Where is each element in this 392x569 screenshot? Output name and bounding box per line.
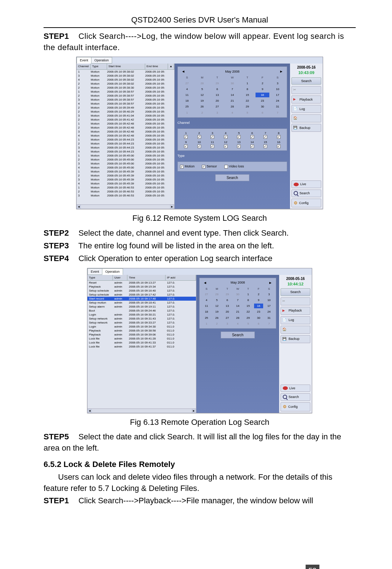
table-row[interactable]: 3Motion2008-05-16 05:45:392008-05-16 05: <box>77 178 174 182</box>
table-row[interactable]: 1Motion2008-05-16 05:45:002008-05-16 05: <box>77 154 174 158</box>
calendar-day[interactable]: 3 <box>210 110 224 115</box>
calendar-day[interactable]: 21 <box>225 98 240 103</box>
calendar-day[interactable]: 25 <box>202 316 211 320</box>
cal-next-icon[interactable]: ► <box>267 280 274 285</box>
table-row[interactable]: 3Motion2008-05-16 05:42:482008-05-16 05: <box>77 130 174 134</box>
table-row[interactable]: 4Motion2008-05-16 05:38:572008-05-16 05: <box>77 102 174 106</box>
side-live-button[interactable]: Live <box>281 385 310 392</box>
channel-checkbox[interactable]: 4 <box>220 131 232 139</box>
tab-operation[interactable]: Operation <box>91 57 112 64</box>
calendar-day[interactable]: 4 <box>225 110 240 115</box>
table-row[interactable]: Lock fileadmin2008-05-16 09:41:28011.0 <box>87 337 196 341</box>
cal-prev-icon[interactable]: ◄ <box>202 280 208 285</box>
channel-checkbox[interactable]: 6 <box>246 131 258 139</box>
table-row[interactable]: 2Motion2008-05-16 05:45:392008-05-16 05: <box>77 174 174 178</box>
h-scrollbar[interactable]: ◄ ► <box>77 204 174 209</box>
scroll-right-icon[interactable]: ► <box>170 205 174 209</box>
table-row[interactable]: Setup networkadmin2008-05-16 09:33:27127… <box>87 321 196 325</box>
scroll-up-icon[interactable]: ▲ <box>168 64 174 69</box>
calendar-day[interactable]: 6 <box>222 298 232 302</box>
table-row[interactable]: Setup motionadmin2008-05-16 09:18:41127.… <box>87 301 196 305</box>
side-home-button[interactable]: 🏠 <box>291 114 321 122</box>
side-bottom-search-button[interactable]: Search <box>281 393 310 401</box>
calendar-day[interactable]: 18 <box>202 309 211 314</box>
col-type[interactable]: Type <box>87 275 113 280</box>
table-row[interactable]: 2Motion2008-05-16 05:46:532008-05-16 05: <box>77 190 174 194</box>
calendar-day[interactable]: 17 <box>270 93 285 97</box>
calendar-day[interactable]: 15 <box>240 93 254 97</box>
videoloss-checkbox[interactable]: Video loss <box>224 164 244 169</box>
table-row[interactable]: 2Motion2008-05-16 05:40:292008-05-16 05: <box>77 110 174 114</box>
tab-operation[interactable]: Operation <box>102 268 123 275</box>
calendar-day[interactable]: 2 <box>212 321 222 326</box>
calendar-day[interactable]: 22 <box>244 309 253 314</box>
calendar-day[interactable]: 10 <box>270 87 285 92</box>
channel-checkbox[interactable]: 10 <box>193 140 205 148</box>
side-backup-button[interactable]: 💾Backup <box>291 124 321 132</box>
table-row[interactable]: Loginadmin2008-05-16 09:34:30011.0 <box>87 325 196 329</box>
side-search-button[interactable]: Search <box>281 288 310 296</box>
calendar-day[interactable]: 7 <box>225 87 240 92</box>
table-row[interactable]: 2Motion2008-05-16 05:38:572008-05-16 05: <box>77 94 174 98</box>
search-button[interactable]: Search <box>221 332 255 338</box>
fig1-log-rows[interactable]: 1Motion2008-05-16 05:38:022008-05-16 05:… <box>77 70 174 205</box>
side-config-button[interactable]: ⚙Config <box>291 199 321 208</box>
calendar-day[interactable]: 19 <box>195 98 209 103</box>
side-scissors-button[interactable]: ✂ <box>281 297 310 305</box>
calendar-day[interactable]: 29 <box>210 81 224 86</box>
table-row[interactable]: 1Motion2008-05-16 05:45:392008-05-16 05: <box>77 170 174 174</box>
calendar-day[interactable]: 2 <box>254 292 264 297</box>
h-scrollbar[interactable]: ◄ ► <box>87 409 196 413</box>
table-row[interactable]: 4Motion2008-05-16 05:45:002008-05-16 05: <box>77 166 174 170</box>
calendar-day[interactable]: 14 <box>233 304 242 308</box>
channel-checkbox[interactable]: 7 <box>260 131 271 139</box>
calendar-day[interactable]: 1 <box>244 292 253 297</box>
calendar-grid[interactable]: SMTWTFS272829301234567891011121314151617… <box>202 287 274 326</box>
channel-checkbox[interactable]: 3 <box>207 131 219 139</box>
col-end-time[interactable]: End time <box>145 64 168 69</box>
table-row[interactable]: 2Motion2008-05-16 05:38:302008-05-16 05: <box>77 86 174 90</box>
scroll-left-icon[interactable]: ◄ <box>87 409 92 413</box>
table-row[interactable]: 3Motion2008-05-16 05:38:022008-05-16 05: <box>77 74 174 78</box>
col-start-time[interactable]: Start time <box>107 64 145 69</box>
calendar-day[interactable]: 6 <box>254 321 264 326</box>
calendar-day[interactable]: 3 <box>264 292 274 297</box>
calendar-day[interactable]: 8 <box>244 298 253 302</box>
calendar-day[interactable]: 13 <box>222 304 232 308</box>
table-row[interactable]: 2Motion2008-05-16 05:45:002008-05-16 05: <box>77 158 174 162</box>
calendar-day[interactable]: 10 <box>264 298 274 302</box>
calendar-day[interactable]: 23 <box>254 309 264 314</box>
calendar-day[interactable]: 3 <box>222 321 232 326</box>
table-row[interactable]: 3Motion2008-05-16 05:44:232008-05-16 05: <box>77 146 174 150</box>
table-row[interactable]: 3Motion2008-05-16 05:45:002008-05-16 05: <box>77 162 174 166</box>
table-row[interactable]: Setup scheduleadmin2008-05-16 09:17:4212… <box>87 293 196 297</box>
calendar-day[interactable]: 7 <box>233 298 242 302</box>
table-row[interactable]: 3Motion2008-05-16 05:46:532008-05-16 05: <box>77 194 174 198</box>
table-row[interactable]: 1Motion2008-05-16 05:42:482008-05-16 05: <box>77 122 174 126</box>
calendar-day[interactable]: 23 <box>256 98 270 103</box>
table-row[interactable]: 3Motion2008-05-16 05:38:572008-05-16 05: <box>77 98 174 102</box>
table-row[interactable]: Resetadmin2008-05-16 09:13:27127.0. <box>87 281 196 285</box>
table-row[interactable]: Playbackadmin2008-05-16 09:38:58011.0 <box>87 329 196 333</box>
calendar-day[interactable]: 21 <box>233 309 242 314</box>
calendar-day[interactable]: 8 <box>240 87 254 92</box>
calendar-day[interactable]: 1 <box>240 81 254 86</box>
calendar-grid[interactable]: SMTWTFS272829301234567891011121314151617… <box>180 76 285 115</box>
calendar-day[interactable]: 12 <box>212 304 222 308</box>
table-row[interactable]: 4Motion2008-05-16 05:45:392008-05-16 05: <box>77 182 174 186</box>
col-time[interactable]: Time <box>127 275 166 280</box>
channel-checkbox[interactable]: 15 <box>260 140 271 148</box>
calendar-day[interactable]: 28 <box>212 292 222 297</box>
calendar-day[interactable]: 2 <box>195 110 209 115</box>
calendar-day[interactable]: 9 <box>256 87 270 92</box>
calendar-day[interactable]: 6 <box>210 87 224 92</box>
side-config-button[interactable]: ⚙Config <box>281 402 310 411</box>
motion-checkbox[interactable]: Motion <box>180 164 195 169</box>
table-row[interactable]: 1Motion2008-05-16 05:44:232008-05-16 05: <box>77 138 174 142</box>
table-row[interactable]: Setup networkadmin2008-05-16 09:31:43127… <box>87 317 196 321</box>
channel-checkbox[interactable]: 8 <box>273 131 285 139</box>
channel-checkbox[interactable]: 13 <box>233 140 245 148</box>
table-row[interactable]: 1Motion2008-05-16 05:38:022008-05-16 05: <box>77 70 174 74</box>
side-bottom-search-button[interactable]: Search <box>291 190 321 197</box>
table-row[interactable]: Loginadmin2008-05-16 09:30:21127.0. <box>87 313 196 317</box>
